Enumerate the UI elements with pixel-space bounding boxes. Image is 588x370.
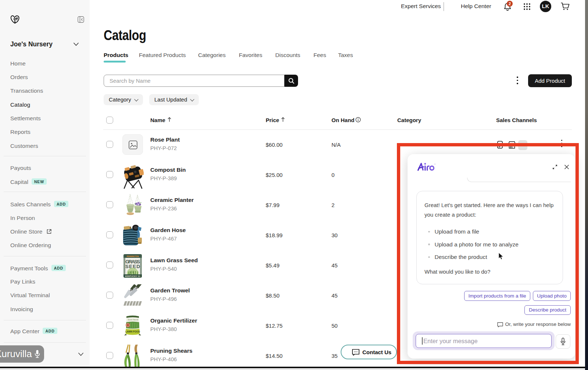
- svg-text:KENTUCKY 31: KENTUCKY 31: [125, 275, 140, 277]
- svg-text:PENNINGTON: PENNINGTON: [126, 255, 139, 257]
- svg-text:LAWN FOOD: LAWN FOOD: [125, 330, 140, 333]
- svg-text:Scotts Natural: Scotts Natural: [128, 319, 138, 321]
